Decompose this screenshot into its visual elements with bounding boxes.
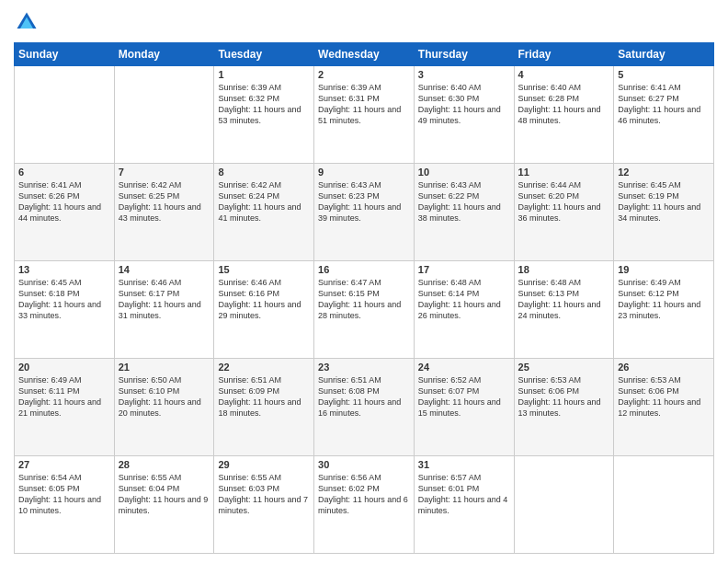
weekday-header: Monday [114, 43, 214, 66]
calendar-week-row: 1Sunrise: 6:39 AM Sunset: 6:32 PM Daylig… [15, 66, 714, 164]
calendar-cell: 17Sunrise: 6:48 AM Sunset: 6:14 PM Dayli… [414, 261, 514, 359]
calendar-cell: 30Sunrise: 6:56 AM Sunset: 6:02 PM Dayli… [314, 456, 415, 554]
day-number: 24 [418, 362, 510, 373]
calendar-cell: 21Sunrise: 6:50 AM Sunset: 6:10 PM Dayli… [114, 359, 214, 456]
cell-content: Sunrise: 6:43 AM Sunset: 6:23 PM Dayligh… [318, 179, 410, 224]
calendar-cell [114, 66, 214, 164]
day-number: 26 [618, 362, 710, 373]
weekday-header: Friday [514, 43, 614, 66]
calendar-cell: 12Sunrise: 6:45 AM Sunset: 6:19 PM Dayli… [614, 164, 714, 261]
calendar-cell: 9Sunrise: 6:43 AM Sunset: 6:23 PM Daylig… [314, 164, 415, 261]
calendar-cell: 20Sunrise: 6:49 AM Sunset: 6:11 PM Dayli… [15, 359, 115, 456]
logo-icon [14, 9, 40, 35]
cell-content: Sunrise: 6:48 AM Sunset: 6:14 PM Dayligh… [418, 277, 510, 322]
calendar-cell [614, 456, 714, 554]
day-number: 3 [418, 69, 510, 80]
calendar-cell: 19Sunrise: 6:49 AM Sunset: 6:12 PM Dayli… [614, 261, 714, 359]
calendar-table: SundayMondayTuesdayWednesdayThursdayFrid… [14, 42, 714, 554]
day-number: 6 [18, 167, 110, 178]
cell-content: Sunrise: 6:55 AM Sunset: 6:03 PM Dayligh… [218, 472, 310, 517]
calendar-cell: 13Sunrise: 6:45 AM Sunset: 6:18 PM Dayli… [15, 261, 115, 359]
day-number: 4 [518, 69, 610, 80]
day-number: 27 [18, 459, 110, 470]
cell-content: Sunrise: 6:53 AM Sunset: 6:06 PM Dayligh… [618, 374, 710, 419]
day-number: 19 [618, 264, 710, 275]
day-number: 23 [318, 362, 410, 373]
day-number: 12 [618, 167, 710, 178]
header [14, 9, 714, 35]
cell-content: Sunrise: 6:46 AM Sunset: 6:16 PM Dayligh… [218, 277, 310, 322]
calendar-cell: 26Sunrise: 6:53 AM Sunset: 6:06 PM Dayli… [614, 359, 714, 456]
calendar-cell: 18Sunrise: 6:48 AM Sunset: 6:13 PM Dayli… [514, 261, 614, 359]
weekday-header: Thursday [414, 43, 514, 66]
calendar-cell: 15Sunrise: 6:46 AM Sunset: 6:16 PM Dayli… [214, 261, 314, 359]
calendar-week-row: 20Sunrise: 6:49 AM Sunset: 6:11 PM Dayli… [15, 359, 714, 456]
calendar-cell: 29Sunrise: 6:55 AM Sunset: 6:03 PM Dayli… [214, 456, 314, 554]
calendar-week-row: 27Sunrise: 6:54 AM Sunset: 6:05 PM Dayli… [15, 456, 714, 554]
cell-content: Sunrise: 6:47 AM Sunset: 6:15 PM Dayligh… [318, 277, 410, 322]
weekday-header: Wednesday [314, 43, 415, 66]
calendar-cell: 4Sunrise: 6:40 AM Sunset: 6:28 PM Daylig… [514, 66, 614, 164]
day-number: 8 [218, 167, 310, 178]
day-number: 10 [418, 167, 510, 178]
cell-content: Sunrise: 6:49 AM Sunset: 6:11 PM Dayligh… [18, 374, 110, 419]
calendar-cell: 2Sunrise: 6:39 AM Sunset: 6:31 PM Daylig… [314, 66, 415, 164]
cell-content: Sunrise: 6:46 AM Sunset: 6:17 PM Dayligh… [119, 277, 210, 322]
cell-content: Sunrise: 6:40 AM Sunset: 6:30 PM Dayligh… [418, 82, 510, 127]
calendar-cell [15, 66, 115, 164]
day-number: 31 [418, 459, 510, 470]
calendar-cell [514, 456, 614, 554]
cell-content: Sunrise: 6:54 AM Sunset: 6:05 PM Dayligh… [18, 472, 110, 517]
calendar-cell: 10Sunrise: 6:43 AM Sunset: 6:22 PM Dayli… [414, 164, 514, 261]
day-number: 22 [218, 362, 310, 373]
cell-content: Sunrise: 6:53 AM Sunset: 6:06 PM Dayligh… [518, 374, 610, 419]
day-number: 2 [318, 69, 410, 80]
calendar-cell: 27Sunrise: 6:54 AM Sunset: 6:05 PM Dayli… [15, 456, 115, 554]
calendar-cell: 24Sunrise: 6:52 AM Sunset: 6:07 PM Dayli… [414, 359, 514, 456]
page: SundayMondayTuesdayWednesdayThursdayFrid… [0, 0, 728, 563]
day-number: 11 [518, 167, 610, 178]
cell-content: Sunrise: 6:39 AM Sunset: 6:31 PM Dayligh… [318, 82, 410, 127]
day-number: 5 [618, 69, 710, 80]
calendar-cell: 31Sunrise: 6:57 AM Sunset: 6:01 PM Dayli… [414, 456, 514, 554]
day-number: 14 [119, 264, 210, 275]
calendar-header-row: SundayMondayTuesdayWednesdayThursdayFrid… [15, 43, 714, 66]
cell-content: Sunrise: 6:41 AM Sunset: 6:26 PM Dayligh… [18, 179, 110, 224]
day-number: 21 [119, 362, 210, 373]
weekday-header: Sunday [15, 43, 115, 66]
calendar-cell: 16Sunrise: 6:47 AM Sunset: 6:15 PM Dayli… [314, 261, 415, 359]
day-number: 20 [18, 362, 110, 373]
day-number: 9 [318, 167, 410, 178]
cell-content: Sunrise: 6:49 AM Sunset: 6:12 PM Dayligh… [618, 277, 710, 322]
cell-content: Sunrise: 6:51 AM Sunset: 6:08 PM Dayligh… [318, 374, 410, 419]
calendar-cell: 5Sunrise: 6:41 AM Sunset: 6:27 PM Daylig… [614, 66, 714, 164]
calendar-cell: 7Sunrise: 6:42 AM Sunset: 6:25 PM Daylig… [114, 164, 214, 261]
cell-content: Sunrise: 6:51 AM Sunset: 6:09 PM Dayligh… [218, 374, 310, 419]
day-number: 25 [518, 362, 610, 373]
cell-content: Sunrise: 6:42 AM Sunset: 6:25 PM Dayligh… [119, 179, 210, 224]
cell-content: Sunrise: 6:41 AM Sunset: 6:27 PM Dayligh… [618, 82, 710, 127]
calendar-cell: 25Sunrise: 6:53 AM Sunset: 6:06 PM Dayli… [514, 359, 614, 456]
day-number: 30 [318, 459, 410, 470]
cell-content: Sunrise: 6:44 AM Sunset: 6:20 PM Dayligh… [518, 179, 610, 224]
calendar-cell: 8Sunrise: 6:42 AM Sunset: 6:24 PM Daylig… [214, 164, 314, 261]
cell-content: Sunrise: 6:42 AM Sunset: 6:24 PM Dayligh… [218, 179, 310, 224]
day-number: 18 [518, 264, 610, 275]
cell-content: Sunrise: 6:55 AM Sunset: 6:04 PM Dayligh… [119, 472, 210, 517]
calendar-week-row: 6Sunrise: 6:41 AM Sunset: 6:26 PM Daylig… [15, 164, 714, 261]
day-number: 15 [218, 264, 310, 275]
cell-content: Sunrise: 6:43 AM Sunset: 6:22 PM Dayligh… [418, 179, 510, 224]
cell-content: Sunrise: 6:56 AM Sunset: 6:02 PM Dayligh… [318, 472, 410, 517]
cell-content: Sunrise: 6:45 AM Sunset: 6:19 PM Dayligh… [618, 179, 710, 224]
day-number: 16 [318, 264, 410, 275]
calendar-cell: 11Sunrise: 6:44 AM Sunset: 6:20 PM Dayli… [514, 164, 614, 261]
weekday-header: Tuesday [214, 43, 314, 66]
cell-content: Sunrise: 6:39 AM Sunset: 6:32 PM Dayligh… [218, 82, 310, 127]
cell-content: Sunrise: 6:48 AM Sunset: 6:13 PM Dayligh… [518, 277, 610, 322]
calendar-cell: 23Sunrise: 6:51 AM Sunset: 6:08 PM Dayli… [314, 359, 415, 456]
logo [14, 9, 43, 35]
calendar-cell: 1Sunrise: 6:39 AM Sunset: 6:32 PM Daylig… [214, 66, 314, 164]
calendar-cell: 3Sunrise: 6:40 AM Sunset: 6:30 PM Daylig… [414, 66, 514, 164]
cell-content: Sunrise: 6:50 AM Sunset: 6:10 PM Dayligh… [119, 374, 210, 419]
day-number: 17 [418, 264, 510, 275]
